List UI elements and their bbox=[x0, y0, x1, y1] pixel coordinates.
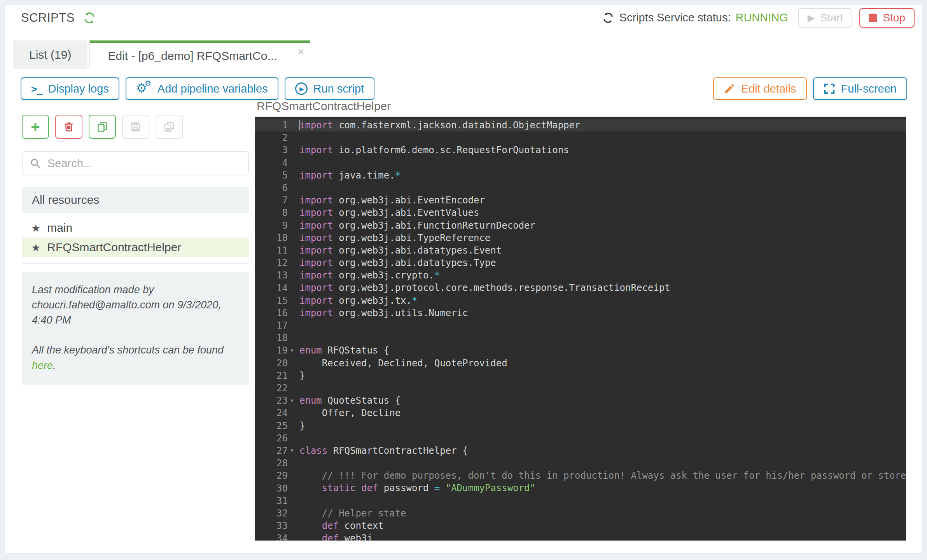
app-header: SCRIPTS Scripts Service status: RUNNING … bbox=[5, 5, 922, 31]
resource-group-label: All resources bbox=[32, 193, 99, 206]
code-line[interactable]: 28 bbox=[255, 457, 906, 469]
line-number: 32 bbox=[255, 508, 288, 519]
tab-edit[interactable]: Edit - [p6_demo] RFQSmartCo... × bbox=[89, 40, 310, 69]
trash-icon bbox=[63, 121, 75, 133]
code-line[interactable]: 1import com.fasterxml.jackson.databind.O… bbox=[255, 119, 906, 131]
display-logs-button[interactable]: >_ Display logs bbox=[21, 77, 119, 100]
line-number: 23 bbox=[255, 395, 288, 406]
start-service-button[interactable]: ▶ Start bbox=[798, 8, 853, 28]
code-line[interactable]: 11import org.web3j.abi.datatypes.Event bbox=[255, 244, 906, 257]
service-status-label: Scripts Service status: bbox=[619, 11, 731, 24]
refresh-scripts-icon[interactable] bbox=[83, 12, 96, 24]
resource-row[interactable]: ★main bbox=[22, 218, 249, 238]
line-number: 17 bbox=[255, 320, 288, 331]
code-line[interactable]: 22 bbox=[255, 382, 906, 394]
code-editor[interactable]: 1import com.fasterxml.jackson.databind.O… bbox=[255, 117, 906, 541]
code-line[interactable]: 14import org.web3j.protocol.core.methods… bbox=[255, 282, 906, 294]
editor-toolbar: >_ Display logs ⚙⚙ Add pipeline variable… bbox=[21, 77, 907, 100]
service-status-group: Scripts Service status: RUNNING ▶ Start … bbox=[602, 8, 915, 28]
fold-caret-icon[interactable]: ▾ bbox=[288, 398, 299, 404]
code-line[interactable]: 33 def context bbox=[255, 520, 906, 532]
save-all-resources-button[interactable] bbox=[156, 115, 183, 139]
code-text: import io.platform6.demo.sc.RequestForQu… bbox=[299, 144, 569, 156]
code-line[interactable]: 15import org.web3j.tx.* bbox=[255, 294, 906, 307]
line-number: 28 bbox=[255, 458, 288, 469]
save-icon bbox=[130, 121, 142, 133]
code-line[interactable]: 17 bbox=[255, 319, 906, 332]
code-line[interactable]: 7import org.web3j.abi.EventEncoder bbox=[255, 194, 906, 206]
code-line[interactable]: 16import org.web3j.utils.Numeric bbox=[255, 307, 906, 319]
full-screen-button[interactable]: Full-screen bbox=[813, 77, 907, 100]
code-line[interactable]: 10import org.web3j.abi.TypeReference bbox=[255, 232, 906, 244]
code-line[interactable]: 25} bbox=[255, 420, 906, 432]
code-line[interactable]: 18 bbox=[255, 332, 906, 344]
code-line[interactable]: 20 Received, Declined, QuoteProvided bbox=[255, 357, 906, 369]
fold-caret-icon[interactable]: ▾ bbox=[288, 348, 299, 354]
copy-icon bbox=[96, 121, 108, 133]
terminal-icon: >_ bbox=[31, 83, 42, 95]
line-number: 15 bbox=[255, 295, 288, 306]
tab-bar: List (19) Edit - [p6_demo] RFQSmartCo...… bbox=[13, 40, 310, 69]
delete-resource-button[interactable] bbox=[55, 115, 82, 139]
add-pipeline-variables-button[interactable]: ⚙⚙ Add pipeline variables bbox=[126, 77, 278, 100]
code-text: import java.time.* bbox=[299, 169, 401, 182]
code-line[interactable]: 30 static def password = "ADummyPassword… bbox=[255, 482, 906, 494]
line-number: 8 bbox=[255, 207, 288, 218]
code-line[interactable]: 23▾enum QuoteStatus { bbox=[255, 394, 906, 407]
stop-label: Stop bbox=[883, 12, 905, 24]
code-text: class RFQSmartContractHelper { bbox=[299, 444, 468, 457]
search-input[interactable] bbox=[22, 151, 249, 175]
code-line[interactable]: 34 def web3j bbox=[255, 532, 906, 541]
add-resource-button[interactable]: + bbox=[22, 115, 49, 139]
code-line[interactable]: 13import org.web3j.crypto.* bbox=[255, 269, 906, 282]
code-line[interactable]: 19▾enum RFQStatus { bbox=[255, 344, 906, 357]
line-number: 25 bbox=[255, 420, 288, 431]
code-line[interactable]: 12import org.web3j.abi.datatypes.Type bbox=[255, 257, 906, 269]
code-line[interactable]: 6 bbox=[255, 182, 906, 194]
save-all-icon bbox=[163, 121, 175, 133]
line-number: 1 bbox=[255, 120, 288, 131]
pencil-icon bbox=[724, 83, 735, 94]
shortcuts-here-link[interactable]: here bbox=[32, 360, 53, 371]
run-script-button[interactable]: ▶ Run script bbox=[285, 77, 375, 100]
code-line[interactable]: 32 // Helper state bbox=[255, 507, 906, 520]
code-line[interactable]: 27▾class RFQSmartContractHelper { bbox=[255, 444, 906, 457]
code-line[interactable]: 5import java.time.* bbox=[255, 169, 906, 182]
play-circle-icon: ▶ bbox=[295, 82, 308, 95]
last-modification-text: Last modification made by choucri.fahed@… bbox=[32, 282, 239, 328]
refresh-status-icon[interactable] bbox=[602, 12, 614, 24]
code-text: import org.web3j.abi.EventEncoder bbox=[299, 194, 485, 206]
code-line[interactable]: 31 bbox=[255, 495, 906, 507]
code-line[interactable]: 4 bbox=[255, 157, 906, 169]
code-line[interactable]: 3import io.platform6.demo.sc.RequestForQ… bbox=[255, 144, 906, 156]
line-number: 5 bbox=[255, 170, 288, 181]
play-icon: ▶ bbox=[808, 13, 815, 23]
line-number: 27 bbox=[255, 445, 288, 456]
close-tab-icon[interactable]: × bbox=[297, 46, 304, 58]
code-text: // !!! For demo purposes, don't do this … bbox=[299, 469, 906, 482]
line-number: 16 bbox=[255, 308, 288, 318]
resource-row[interactable]: ★RFQSmartContractHelper bbox=[22, 238, 249, 257]
code-line[interactable]: 26 bbox=[255, 432, 906, 444]
expand-icon bbox=[824, 83, 835, 94]
tab-list[interactable]: List (19) bbox=[13, 40, 87, 69]
fold-caret-icon[interactable]: ▾ bbox=[288, 448, 299, 453]
line-number: 3 bbox=[255, 145, 288, 156]
code-line[interactable]: 2 bbox=[255, 131, 906, 144]
edit-details-button[interactable]: Edit details bbox=[713, 77, 807, 100]
stop-icon bbox=[869, 14, 877, 22]
code-line[interactable]: 24 Offer, Decline bbox=[255, 407, 906, 419]
copy-resource-button[interactable] bbox=[89, 115, 116, 139]
add-pipeline-variables-label: Add pipeline variables bbox=[157, 82, 268, 95]
code-line[interactable]: 8import org.web3j.abi.EventValues bbox=[255, 206, 906, 219]
line-number: 4 bbox=[255, 158, 288, 168]
service-status-value: RUNNING bbox=[735, 11, 788, 24]
line-number: 18 bbox=[255, 332, 288, 343]
stop-service-button[interactable]: Stop bbox=[859, 8, 915, 28]
code-line[interactable]: 21} bbox=[255, 369, 906, 382]
save-resource-button[interactable] bbox=[122, 115, 149, 139]
code-text: def web3j bbox=[299, 532, 373, 541]
code-line[interactable]: 9import org.web3j.abi.FunctionReturnDeco… bbox=[255, 219, 906, 232]
code-line[interactable]: 29 // !!! For demo purposes, don't do th… bbox=[255, 469, 906, 482]
code-text: static def password = "ADummyPassword" bbox=[299, 482, 535, 494]
